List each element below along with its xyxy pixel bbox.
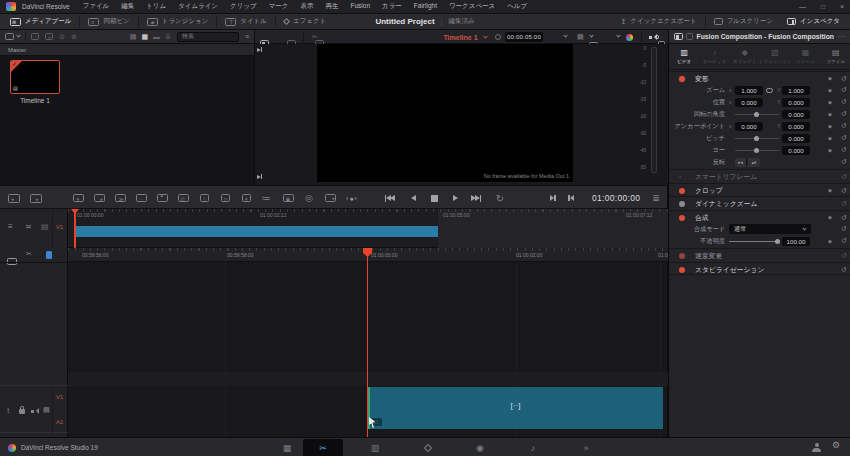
zoom-x-input[interactable]: 1.000 [735,86,763,95]
track-height-icon[interactable]: ↕ [6,406,10,415]
opacity-input[interactable]: 100.00 [782,237,810,246]
sync-bin-button[interactable]: ≡ 同期ビン [80,17,137,26]
speed-change-reset-icon[interactable]: ↺ [839,249,849,262]
flip-reset-icon[interactable]: ↺ [839,156,849,168]
opacity-reset-icon[interactable]: ↺ [839,235,849,247]
zoom-keyframe-icon[interactable]: ◆ [825,84,835,96]
metadata-view-icon[interactable]: ≣ [165,33,171,41]
media-pool-button[interactable]: ⊞ メディアプール [6,17,79,26]
section-stabilization[interactable]: スタビライゼーション ↺ [669,262,850,275]
pitch-slider[interactable] [735,138,779,139]
ripple-overwrite-icon[interactable]: ≫ [112,186,128,210]
composite-toggle[interactable] [679,215,685,221]
go-start-icon[interactable] [382,186,398,210]
list-view-icon[interactable]: ▬ [153,33,160,40]
titles-button[interactable]: T タイトル [217,17,275,26]
tab-video[interactable]: ▥ビデオ [669,49,699,64]
pitch-keyframe-icon[interactable]: ◆ [825,132,835,144]
maximize-icon[interactable]: □ [821,3,825,10]
timeline-thumbnail[interactable]: ✓ ▤ [10,60,60,94]
timeline-options-icon[interactable]: ≣ [648,186,664,210]
yaw-keyframe-icon[interactable]: ◆ [825,144,835,156]
zoom-y-input[interactable]: 1.000 [782,86,810,95]
marker-tool-icon[interactable] [46,251,52,259]
relink-icon[interactable]: ⊕ [71,33,77,41]
fullscreen-button[interactable]: フルスクリーン [706,17,781,26]
page-fusion[interactable] [411,438,445,456]
stabilization-toggle[interactable] [679,267,685,273]
step-back-icon[interactable] [405,186,421,210]
place-on-top-icon[interactable]: ▴ [154,186,170,210]
audio-mute-icon[interactable] [649,34,659,40]
source-overwrite-icon[interactable]: ⊡ [175,186,191,210]
tab-image[interactable]: ▦イメージ [790,49,820,64]
menu-item[interactable]: 編集 [121,2,134,11]
import-media-icon[interactable]: ↑ [31,33,39,40]
page-fairlight[interactable]: ♪ [516,438,550,456]
position-reset-icon[interactable]: ↺ [839,96,849,108]
speed-change-toggle[interactable] [679,253,685,259]
rotation-input[interactable]: 0.000 [782,110,810,119]
minimize-icon[interactable]: — [799,3,806,10]
section-dynamic-zoom[interactable]: ダイナミックズーム ↺ [669,196,850,209]
close-icon[interactable]: × [840,3,844,10]
tab-audio[interactable]: ♪オーディオ [699,49,729,64]
tab-transition[interactable]: ▧トランジション [760,49,790,64]
page-color[interactable]: ◉ [463,438,497,456]
dynamic-zoom-reset-icon[interactable]: ↺ [839,197,849,210]
inspector-button[interactable]: インスペクタ [781,17,846,26]
append-clip-icon[interactable]: ◂ [6,186,22,210]
tab-effects[interactable]: ◆エフェクト [730,49,760,64]
menu-item[interactable]: カラー [382,2,402,11]
mute-track-icon[interactable] [31,408,39,414]
track-view-icon[interactable]: ▤ [41,222,49,231]
detail-tracks[interactable]: [··] ∴ [68,262,668,437]
menu-item[interactable]: クリップ [230,2,257,11]
zoom-menu-chevron-icon[interactable] [616,33,620,37]
menu-item[interactable]: Fusion [351,2,371,11]
transitions-button[interactable]: ▰ トランジション [139,17,217,26]
yaw-reset-icon[interactable]: ↺ [839,144,849,156]
page-edit[interactable]: ▥ [358,438,392,456]
detail-playhead[interactable] [367,248,369,441]
track-layers-icon[interactable]: ≡ [8,222,13,231]
close-up-icon[interactable]: ⌐ [133,186,149,210]
transform-toggle[interactable] [679,76,685,82]
menu-item[interactable]: マーク [269,2,289,11]
zoom-reset-icon[interactable]: ↺ [839,84,849,96]
user-icon[interactable] [812,443,821,452]
overview-playhead[interactable] [74,209,76,248]
rotation-reset-icon[interactable]: ↺ [839,108,849,120]
audio-track-label[interactable]: A1 [56,419,63,425]
settings-gear-icon[interactable]: ⚙ [832,440,840,450]
boring-detector-icon[interactable]: ◎ [301,186,317,210]
position-keyframe-icon[interactable]: ◆ [825,96,835,108]
snap-icon[interactable]: ⊓ [217,186,233,210]
overview-clip[interactable] [75,226,438,237]
menu-item[interactable]: ファイル [83,2,110,11]
sort-icon[interactable]: ≡ [245,33,249,40]
video-track-icon[interactable]: ▤ [43,406,50,414]
search-input[interactable]: 検索 [177,32,239,42]
timeline-timecode[interactable]: 01:00:00:00 [592,186,640,210]
inspector-panel-icon[interactable] [674,33,683,40]
go-end-icon[interactable] [468,186,484,210]
yaw-input[interactable]: 0.000 [782,146,810,155]
thumbnail-view-icon[interactable]: ▦ [141,33,148,41]
sync-clip-icon[interactable]: ▸ [322,186,338,210]
camera-icon[interactable]: ▣ [280,186,296,210]
play-to-out-icon[interactable] [563,186,579,210]
section-composite[interactable]: 合成 ◆ ↺ [669,210,850,223]
composite-mode-select[interactable]: 通常 [729,224,811,234]
smart-insert-icon[interactable]: ▾ [70,186,86,210]
crop-toggle[interactable] [679,188,685,194]
dynamic-zoom-toggle[interactable] [679,201,685,207]
position-y-input[interactable]: 0.000 [782,98,810,107]
anchor-reset-icon[interactable]: ↺ [839,120,849,132]
menu-item[interactable]: タイムライン [178,2,218,11]
stop-icon[interactable] [426,186,442,210]
menu-item[interactable]: 表示 [301,2,314,11]
inspector-expand-icon[interactable] [686,33,693,40]
new-bin-icon[interactable]: + [45,33,53,40]
page-media[interactable]: ▦ [270,438,304,456]
